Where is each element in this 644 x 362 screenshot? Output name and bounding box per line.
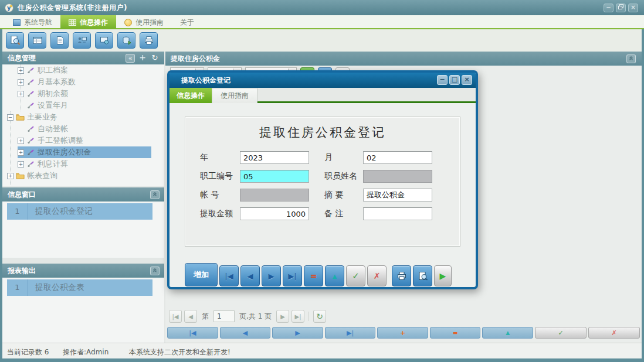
separator — [309, 312, 309, 321]
cancel-button[interactable]: ✗ — [367, 265, 387, 286]
expand-icon[interactable] — [18, 161, 24, 168]
delete-record-button[interactable]: = — [304, 265, 323, 286]
dialog-tabbar: 信息操作 使用指南 — [170, 88, 476, 103]
preview-icon — [418, 271, 428, 281]
user-computer-icon — [77, 36, 87, 45]
remark-field[interactable] — [363, 207, 432, 220]
record-confirm-button[interactable]: ✓ — [535, 327, 587, 339]
record-prev-button[interactable]: ◀ — [220, 327, 271, 339]
edit-record-button[interactable]: ▲ — [325, 265, 344, 286]
clock-icon — [124, 19, 132, 26]
database-export-icon — [121, 36, 132, 45]
refresh-page-icon[interactable]: ↻ — [313, 310, 326, 323]
panel-header-info-window: 信息窗口 — [2, 187, 164, 202]
month-field[interactable] — [363, 151, 432, 164]
preview-button[interactable] — [413, 265, 432, 286]
tree-item-interest-calculation[interactable]: 利息计算 — [2, 158, 164, 170]
data-export-button[interactable] — [117, 32, 135, 49]
search-records-button[interactable] — [6, 32, 24, 49]
tool-icon — [26, 148, 35, 156]
tab-about[interactable]: 关于 — [172, 15, 202, 29]
collapse-left-icon[interactable]: « — [126, 54, 135, 63]
prev-record-button[interactable]: ◀ — [240, 265, 260, 286]
dialog-close-button[interactable]: × — [462, 75, 472, 85]
tree-item-monthly-coefficient[interactable]: 月基本系数 — [2, 76, 164, 88]
page-total-label: 页,共 1 页 — [239, 312, 272, 322]
tab-user-guide[interactable]: 使用指南 — [116, 15, 172, 29]
document-button[interactable] — [50, 32, 69, 49]
print-report-button[interactable] — [392, 265, 411, 286]
page-input[interactable] — [213, 310, 235, 322]
form-fieldset: 提取住房公积金登记 年 月 职工编号 职员姓名 帐 号 摘 要 — [185, 117, 460, 247]
last-record-button[interactable]: ▶| — [283, 265, 302, 286]
collapse-up-icon[interactable] — [150, 267, 160, 275]
next-record-button[interactable]: ▶ — [262, 265, 281, 286]
dialog-tab-info-operation[interactable]: 信息操作 — [170, 88, 212, 103]
tree-item-account-report-query[interactable]: 帐表查询 — [2, 170, 164, 182]
panel-header-report-output: 报表输出 — [2, 264, 164, 278]
window-frame-bottom — [0, 358, 644, 362]
dialog-minimize-button[interactable]: − — [437, 75, 448, 85]
expand-icon[interactable] — [18, 149, 24, 156]
window-frame-left — [0, 0, 2, 362]
dialog-titlebar[interactable]: 提取公积金登记 − □ × — [170, 73, 476, 88]
amount-label: 提取金额 — [200, 209, 233, 219]
tree-item-main-business[interactable]: 主要业务 — [2, 111, 164, 123]
run-button[interactable]: ▶ — [434, 265, 452, 286]
expand-icon[interactable] — [18, 67, 24, 74]
window-close-button[interactable]: × — [628, 4, 638, 12]
tab-system-navigation[interactable]: 系统导航 — [5, 15, 60, 29]
tree-item-manual-posting-adjust[interactable]: 手工登帐调整 — [2, 135, 164, 146]
dialog-button-bar: 增加 |◀ ◀ ▶ ▶| = ▲ ✓ ✗ — [185, 263, 452, 286]
year-field[interactable] — [240, 151, 309, 164]
print-button[interactable] — [140, 32, 158, 49]
record-cancel-button[interactable]: ✗ — [588, 327, 640, 339]
next-page-button[interactable]: ▶ — [276, 310, 289, 323]
confirm-button[interactable]: ✓ — [346, 265, 365, 286]
tab-info-operation[interactable]: 信息操作 — [60, 15, 116, 29]
employee-no-field[interactable] — [240, 170, 309, 183]
window-title: 住房公积金管理系统(非注册用户) — [18, 3, 127, 13]
search-document-icon — [9, 35, 21, 46]
dialog-maximize-button[interactable]: □ — [449, 75, 460, 85]
expand-icon[interactable] — [18, 138, 24, 144]
list-item-withdraw-fund-register[interactable]: 1 提取公积金登记 — [7, 203, 152, 220]
expand-icon[interactable] — [7, 173, 13, 179]
info-management-tree: 职工档案 月基本系数 期初余额 设置年月 主要业务 自动登帐 — [2, 64, 164, 186]
last-page-button[interactable]: ▶| — [292, 310, 304, 323]
collapse-icon[interactable] — [7, 114, 13, 121]
tree-item-withdraw-housing-fund[interactable]: 提取住房公积金 — [2, 146, 164, 158]
first-record-button[interactable]: |◀ — [219, 265, 239, 286]
record-next-button[interactable]: ▶ — [272, 327, 323, 339]
form-view-button[interactable] — [28, 32, 46, 49]
record-delete-button[interactable]: = — [430, 327, 481, 339]
list-item-withdraw-fund-report[interactable]: 1 提取公积金表 — [7, 279, 152, 296]
tree-item-employee-file[interactable]: 职工档案 — [2, 64, 164, 76]
summary-field[interactable] — [363, 189, 432, 202]
add-icon[interactable]: + — [138, 54, 147, 63]
prev-page-button[interactable]: ◀ — [184, 310, 197, 323]
record-add-button[interactable]: + — [377, 327, 428, 339]
dialog-tab-user-guide[interactable]: 使用指南 — [212, 88, 257, 103]
add-button[interactable]: 增加 — [185, 263, 218, 286]
collapse-up-icon[interactable] — [150, 190, 160, 199]
collapse-up-icon[interactable] — [626, 54, 636, 63]
record-edit-button[interactable]: ▲ — [482, 327, 533, 339]
record-last-button[interactable]: ▶| — [325, 327, 376, 339]
window-restore-button[interactable] — [616, 4, 626, 12]
window-minimize-button[interactable]: − — [604, 4, 614, 12]
record-first-button[interactable]: |◀ — [167, 327, 218, 339]
dialog-title: 提取公积金登记 — [181, 76, 231, 86]
screen-view-button[interactable] — [95, 32, 113, 49]
expand-icon[interactable] — [18, 91, 24, 97]
refresh-icon[interactable]: ↻ — [150, 54, 160, 63]
tree-item-opening-balance[interactable]: 期初余额 — [2, 88, 164, 100]
first-page-button[interactable]: |◀ — [169, 310, 182, 323]
printer-icon — [396, 271, 407, 281]
tree-item-set-year-month[interactable]: 设置年月 — [2, 100, 164, 111]
expand-icon[interactable] — [18, 79, 24, 86]
user-management-button[interactable] — [73, 32, 91, 49]
tool-icon — [26, 160, 35, 168]
tree-item-auto-posting[interactable]: 自动登帐 — [2, 123, 164, 135]
amount-field[interactable] — [240, 207, 309, 220]
